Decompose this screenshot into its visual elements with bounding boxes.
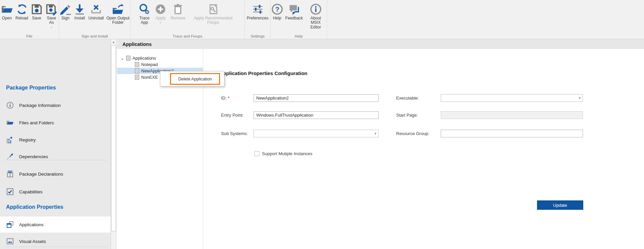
sidebar-item-label: Files and Folders — [19, 120, 54, 125]
support-multiple-instances-label: Support Mutiple Instances — [262, 151, 312, 156]
save-icon — [31, 2, 43, 16]
tree-node-nonexe[interactable]: NonEXE — [135, 74, 158, 80]
sidebar-item-dependencies[interactable]: Dependencies — [0, 149, 111, 164]
group-label-sign-install: Sign and Install — [59, 34, 130, 38]
remove-button[interactable]: Remove — [169, 2, 187, 21]
delete-application-menu-item[interactable]: Delete Application — [170, 73, 220, 85]
scrollbar-thumb[interactable] — [111, 45, 116, 231]
save-as-label: Save As — [45, 16, 58, 25]
vertical-scrollbar[interactable]: ▲ — [111, 39, 116, 249]
about-msix-editor-label: About MSIX Editor — [306, 16, 326, 29]
sidebar-item-label: Package Declarations — [19, 172, 63, 177]
apply-recommended-fixups-label: Apply Recommended Fixups — [189, 16, 238, 25]
required-asterisk: * — [228, 96, 229, 101]
preferences-button[interactable]: Preferences — [246, 2, 269, 21]
help-question-icon: ? — [271, 2, 283, 16]
uninstall-x-icon — [90, 2, 102, 16]
scrollbar-up-arrow-icon[interactable]: ▲ — [111, 39, 116, 45]
sidebar-item-registry[interactable]: Registry — [0, 133, 111, 147]
msix-editor-window: Open Reload Save — [0, 0, 644, 249]
sign-pencil-icon — [59, 2, 72, 16]
open-output-folder-button[interactable]: Open Output Folder — [106, 2, 130, 25]
reload-button[interactable]: Reload — [15, 2, 29, 21]
preferences-sliders-icon — [252, 2, 264, 16]
support-multiple-instances-checkbox[interactable] — [254, 151, 259, 156]
dependencies-arrow-icon — [6, 152, 14, 161]
apply-dropdown-chevron-icon[interactable]: ⌄ — [159, 21, 162, 23]
feedback-button[interactable]: Feedback — [284, 2, 304, 21]
dropdown-chevron-icon: ▾ — [579, 96, 581, 100]
gift-box-icon — [6, 170, 14, 178]
chevron-down-icon[interactable]: ⌄ — [120, 56, 125, 61]
sidebar-item-label: Dependencies — [19, 154, 48, 159]
sidebar-divider — [4, 247, 107, 247]
entry-point-input[interactable] — [254, 111, 379, 119]
capabilities-checkbox-icon — [6, 188, 14, 196]
help-button[interactable]: ? Help — [271, 2, 283, 21]
feedback-bubble-icon — [288, 2, 300, 16]
document-icon — [135, 62, 139, 67]
recommended-fixups-icon — [207, 2, 219, 16]
sidebar-heading-package-properties: Package Properties — [6, 85, 56, 91]
tree-node-label: Notepad — [141, 62, 158, 67]
ribbon-group-trace-fixups: Trace App Apply ⌄ Remove — [130, 0, 245, 39]
apply-button[interactable]: Apply ⌄ — [153, 2, 168, 24]
uninstall-button[interactable]: Uninstall — [88, 2, 105, 21]
tree-node-label: NonEXE — [141, 75, 158, 80]
open-label: Open — [2, 16, 12, 20]
remove-trash-icon — [172, 2, 184, 16]
open-output-folder-icon — [112, 2, 124, 16]
id-label: ID: * — [221, 96, 229, 101]
sidebar-item-label: Applications — [19, 222, 44, 227]
sidebar-item-label: Capabilities — [19, 189, 43, 194]
ribbon-group-sign-install: Sign Install Uninstall — [59, 0, 130, 39]
executable-label: Executable: — [396, 96, 419, 101]
save-as-button[interactable]: Save As ⌄ — [44, 2, 59, 28]
apply-recommended-fixups-button[interactable]: Apply Recommended Fixups — [188, 2, 238, 25]
page-title: Applications — [122, 42, 152, 47]
info-circle-icon — [6, 101, 14, 109]
ribbon-toolbar: Open Reload Save — [0, 0, 644, 39]
open-output-folder-label: Open Output Folder — [106, 16, 129, 25]
open-button[interactable]: Open — [0, 2, 14, 21]
sub-systems-label: Sub Systems: — [221, 131, 248, 136]
executable-dropdown[interactable]: ▾ — [441, 94, 583, 102]
folder-icon — [6, 119, 14, 127]
sidebar-item-visual-assets[interactable]: Visual Assets — [0, 234, 111, 248]
save-label: Save — [32, 16, 41, 20]
start-page-input — [441, 111, 583, 119]
sign-button[interactable]: Sign — [59, 2, 72, 21]
sign-label: Sign — [61, 16, 69, 20]
id-input[interactable] — [254, 94, 379, 102]
feedback-label: Feedback — [285, 16, 303, 20]
sidebar-item-package-information[interactable]: Package Information — [0, 98, 111, 112]
remove-label: Remove — [170, 16, 185, 20]
app-window-icon — [6, 221, 14, 229]
sidebar-navigation: Package Properties Package Information F… — [0, 39, 111, 249]
sub-systems-dropdown[interactable]: ▾ — [254, 130, 379, 137]
group-label-help: Help — [271, 34, 327, 38]
resource-group-input[interactable] — [441, 130, 583, 137]
group-label-file: File — [0, 34, 59, 38]
apply-label: Apply — [155, 16, 165, 20]
sidebar-item-capabilities[interactable]: Capabilities — [0, 185, 111, 199]
sidebar-item-package-declarations[interactable]: Package Declarations — [0, 167, 111, 181]
ribbon-group-settings: Preferences Settings — [245, 0, 271, 39]
registry-squares-icon — [6, 136, 14, 144]
save-as-dropdown-chevron-icon[interactable]: ⌄ — [50, 25, 53, 28]
about-info-icon — [310, 2, 322, 16]
trace-app-label: Trace App — [138, 16, 152, 25]
trace-app-button[interactable]: Trace App — [137, 2, 152, 25]
update-button[interactable]: Update — [537, 200, 583, 210]
tree-node-notepad[interactable]: Notepad — [135, 61, 158, 68]
main-titlebar: Applications — [117, 39, 644, 49]
install-button[interactable]: Install — [73, 2, 87, 21]
sidebar-item-files-and-folders[interactable]: Files and Folders — [0, 116, 111, 130]
sidebar-item-applications[interactable]: Applications — [0, 216, 111, 233]
form-heading: Application Properties Configuration — [219, 70, 308, 76]
dropdown-chevron-icon: ▾ — [374, 131, 376, 136]
ribbon-group-file: Open Reload Save — [0, 0, 59, 39]
save-button[interactable]: Save — [30, 2, 43, 21]
about-msix-editor-button[interactable]: About MSIX Editor — [305, 2, 327, 30]
tree-node-applications[interactable]: ⌄ Applications — [120, 55, 156, 61]
